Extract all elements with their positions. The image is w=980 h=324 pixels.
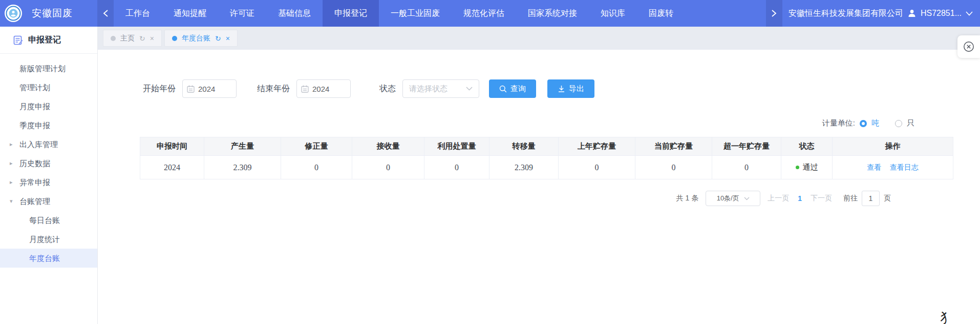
user-menu-chevron-down-icon[interactable] bbox=[966, 11, 973, 16]
tab-annual-ledger[interactable]: 年度台账 ↻ × bbox=[164, 30, 238, 47]
status-placeholder: 请选择状态 bbox=[409, 84, 448, 94]
nav-item-notifications[interactable]: 通知提醒 bbox=[162, 0, 218, 27]
nav-item-basic-info[interactable]: 基础信息 bbox=[266, 0, 323, 27]
nav-scroll-left-button[interactable] bbox=[97, 0, 114, 27]
sidebar-menu: 新版管理计划 管理计划 月度申报 季度申报 ▸出入库管理 ▸历史数据 ▸异常申报… bbox=[0, 54, 97, 268]
start-year-label: 开始年份 bbox=[143, 84, 176, 94]
tab-label: 主页 bbox=[120, 34, 135, 43]
sidebar-item-abnormal-declaration[interactable]: ▸异常申报 bbox=[0, 173, 97, 192]
sidebar-item-quarterly-declaration[interactable]: 季度申报 bbox=[0, 116, 97, 135]
goto-label: 前往 bbox=[843, 194, 858, 203]
view-log-link[interactable]: 查看日志 bbox=[890, 163, 919, 171]
sidebar-item-monthly-stats[interactable]: 月度统计 bbox=[0, 230, 97, 249]
app-logo bbox=[4, 4, 23, 23]
chevron-down-icon bbox=[466, 87, 473, 91]
start-year-input[interactable] bbox=[198, 85, 229, 93]
radio-piece-label[interactable]: 只 bbox=[907, 118, 914, 128]
page-number-1[interactable]: 1 bbox=[796, 194, 803, 202]
table-header-row: 申报时间 产生量 修正量 接收量 利用处置量 转移量 上年贮存量 当前贮存量 超… bbox=[140, 137, 953, 156]
calendar-icon bbox=[301, 85, 309, 93]
nav-item-knowledge-base[interactable]: 知识库 bbox=[589, 0, 637, 27]
main-nav: 工作台 通知提醒 许可证 基础信息 申报登记 一般工业固废 规范化评估 国家系统… bbox=[114, 0, 766, 27]
user-icon bbox=[907, 9, 917, 18]
nav-item-standardization-assessment[interactable]: 规范化评估 bbox=[452, 0, 516, 27]
export-button[interactable]: 导出 bbox=[547, 79, 594, 98]
col-status: 状态 bbox=[781, 137, 833, 156]
chevron-right-icon bbox=[771, 9, 777, 17]
view-link[interactable]: 查看 bbox=[867, 163, 881, 171]
close-icon[interactable]: × bbox=[150, 34, 154, 43]
caret-down-icon: ▾ bbox=[10, 192, 13, 211]
cell-current-storage: 0 bbox=[635, 156, 712, 179]
nav-item-national-system[interactable]: 国家系统对接 bbox=[516, 0, 589, 27]
corner-widget-glyph[interactable]: 犭 bbox=[941, 309, 954, 324]
page-size-value: 10条/页 bbox=[717, 194, 739, 203]
document-edit-icon bbox=[13, 35, 23, 45]
tab-label: 年度台账 bbox=[182, 34, 210, 43]
status-dot-icon bbox=[796, 166, 799, 169]
tab-bar: 主页 ↻ × 年度台账 ↻ × bbox=[98, 27, 980, 50]
radio-ton[interactable] bbox=[860, 120, 867, 127]
sidebar-item-new-management-plan[interactable]: 新版管理计划 bbox=[0, 59, 97, 78]
col-generated: 产生量 bbox=[204, 137, 281, 156]
status-label: 状态 bbox=[379, 84, 396, 94]
cell-corrected: 0 bbox=[281, 156, 352, 179]
sidebar-item-inout-warehouse[interactable]: ▸出入库管理 bbox=[0, 135, 97, 154]
chevron-down-icon bbox=[744, 197, 750, 200]
sidebar-item-history-data[interactable]: ▸历史数据 bbox=[0, 154, 97, 173]
nav-item-license[interactable]: 许可证 bbox=[218, 0, 266, 27]
prev-page-button[interactable]: 上一页 bbox=[768, 194, 789, 203]
username[interactable]: HS72851... bbox=[921, 9, 962, 18]
refresh-icon[interactable]: ↻ bbox=[215, 34, 221, 43]
nav-scroll-right-button[interactable] bbox=[766, 0, 782, 27]
unit-label: 计量单位: bbox=[822, 118, 855, 128]
refresh-icon[interactable]: ↻ bbox=[139, 34, 145, 43]
sidebar-item-daily-ledger[interactable]: 每日台账 bbox=[0, 211, 97, 230]
col-transferred: 转移量 bbox=[489, 137, 559, 156]
total-count: 共 1 条 bbox=[676, 194, 699, 203]
end-year-input[interactable] bbox=[312, 85, 343, 93]
end-year-label: 结束年份 bbox=[257, 84, 290, 94]
page-size-select[interactable]: 10条/页 bbox=[706, 191, 760, 206]
cell-declare-time: 2024 bbox=[140, 156, 204, 179]
status-select[interactable]: 请选择状态 bbox=[402, 79, 479, 98]
nav-item-workbench[interactable]: 工作台 bbox=[114, 0, 162, 27]
sidebar-item-label: 台账管理 bbox=[19, 197, 50, 206]
cell-utilized-disposed: 0 bbox=[424, 156, 489, 179]
goto-page-input[interactable] bbox=[862, 191, 880, 206]
table-row: 2024 2.309 0 0 0 2.309 0 0 0 通过 bbox=[140, 156, 953, 179]
sidebar-item-monthly-declaration[interactable]: 月度申报 bbox=[0, 97, 97, 116]
end-year-picker[interactable] bbox=[296, 79, 351, 98]
page-layout: 申报登记 新版管理计划 管理计划 月度申报 季度申报 ▸出入库管理 ▸历史数据 … bbox=[0, 27, 980, 324]
sidebar-item-management-plan[interactable]: 管理计划 bbox=[0, 78, 97, 97]
nav-item-declaration[interactable]: 申报登记 bbox=[323, 0, 379, 27]
next-page-button[interactable]: 下一页 bbox=[811, 194, 832, 203]
app-title: 安徽固废 bbox=[23, 7, 97, 20]
main-area: 主页 ↻ × 年度台账 ↻ × 开始年份 bbox=[98, 27, 980, 324]
unit-row: 计量单位: 吨 只 bbox=[98, 118, 980, 128]
radio-ton-label[interactable]: 吨 bbox=[871, 118, 879, 128]
start-year-picker[interactable] bbox=[182, 79, 237, 98]
col-prev-year-storage: 上年贮存量 bbox=[559, 137, 635, 156]
tab-status-dot bbox=[111, 36, 116, 41]
search-icon bbox=[499, 85, 507, 93]
radio-piece[interactable] bbox=[895, 120, 902, 127]
col-declare-time: 申报时间 bbox=[140, 137, 204, 156]
cell-status: 通过 bbox=[781, 156, 833, 179]
top-navbar: 安徽固废 工作台 通知提醒 许可证 基础信息 申报登记 一般工业固废 规范化评估… bbox=[0, 0, 980, 27]
sidebar-title: 申报登记 bbox=[28, 35, 61, 46]
nav-item-general-industrial-waste[interactable]: 一般工业固废 bbox=[379, 0, 452, 27]
nav-item-waste-transfer[interactable]: 固废转 bbox=[637, 0, 676, 27]
search-button-label: 查询 bbox=[510, 84, 526, 94]
sidebar-item-annual-ledger[interactable]: 年度台账 bbox=[0, 249, 97, 268]
search-button[interactable]: 查询 bbox=[489, 79, 536, 98]
panel-close-button[interactable] bbox=[957, 35, 980, 58]
page-unit-label: 页 bbox=[884, 194, 891, 203]
close-icon[interactable]: × bbox=[226, 34, 230, 43]
filter-row: 开始年份 结束年份 bbox=[143, 79, 980, 98]
company-name: 安徽恒生科技发展集团有限公司 bbox=[789, 8, 903, 19]
tab-home[interactable]: 主页 ↻ × bbox=[103, 30, 162, 47]
sidebar-item-ledger-management[interactable]: ▾台账管理 bbox=[0, 192, 97, 211]
sidebar-item-label: 历史数据 bbox=[19, 159, 50, 168]
caret-right-icon: ▸ bbox=[10, 154, 13, 173]
